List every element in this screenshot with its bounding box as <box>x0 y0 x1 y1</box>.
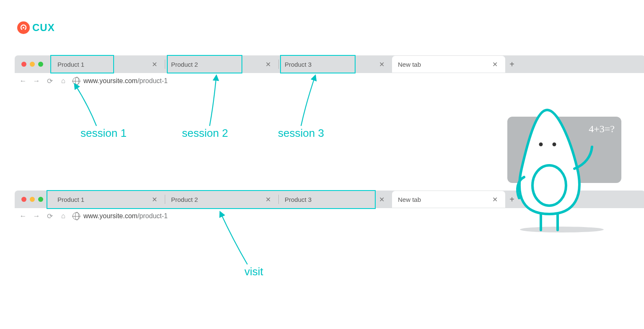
tab-product-3[interactable]: Product 3 ✕ <box>279 56 392 73</box>
reload-icon[interactable]: ⟳ <box>46 212 54 221</box>
annotation-session-1: session 1 <box>80 127 127 140</box>
tab-product-3[interactable]: Product 3 ✕ <box>279 191 392 208</box>
new-tab-button[interactable]: + <box>505 57 519 71</box>
close-icon[interactable]: ✕ <box>377 60 386 68</box>
url-field[interactable]: www.yoursite.com/product-1 <box>73 77 168 85</box>
window-controls[interactable] <box>21 197 43 202</box>
forward-icon[interactable]: → <box>32 212 41 220</box>
close-icon[interactable]: ✕ <box>150 196 159 204</box>
reload-icon[interactable]: ⟳ <box>46 77 54 86</box>
svg-point-0 <box>23 27 24 29</box>
tab-product-2[interactable]: Product 2 ✕ <box>165 191 278 208</box>
url-path: /product-1 <box>138 77 168 84</box>
avocado-character <box>512 106 604 236</box>
tab-label: New tab <box>398 61 487 68</box>
maximize-window-icon[interactable] <box>38 197 43 202</box>
tab-label: Product 1 <box>57 196 147 203</box>
tab-product-2[interactable]: Product 2 ✕ <box>165 56 278 73</box>
minimize-window-icon[interactable] <box>30 197 35 202</box>
globe-icon <box>73 77 80 85</box>
back-icon[interactable]: ← <box>19 77 27 85</box>
close-icon[interactable]: ✕ <box>264 60 273 68</box>
tab-label: Product 1 <box>57 61 147 68</box>
minimize-window-icon[interactable] <box>30 62 35 67</box>
annotation-visit: visit <box>244 265 263 278</box>
tab-label: Product 3 <box>285 196 374 203</box>
annotation-session-2: session 2 <box>182 127 228 140</box>
tab-new-tab[interactable]: New tab ✕ <box>392 191 505 208</box>
forward-icon[interactable]: → <box>32 77 41 85</box>
address-bar: ← → ⟳ ⌂ www.yoursite.com/product-1 <box>15 73 644 89</box>
home-icon[interactable]: ⌂ <box>59 212 68 220</box>
tab-new-tab[interactable]: New tab ✕ <box>392 56 505 73</box>
annotation-session-3: session 3 <box>278 127 324 140</box>
url-path: /product-1 <box>138 212 168 219</box>
browser-window-sessions: Product 1 ✕ Product 2 ✕ Product 3 ✕ New … <box>15 55 644 89</box>
back-icon[interactable]: ← <box>19 212 27 220</box>
tab-label: Product 2 <box>171 61 260 68</box>
close-icon[interactable]: ✕ <box>377 196 386 204</box>
tab-label: New tab <box>398 196 487 203</box>
tab-label: Product 2 <box>171 196 260 203</box>
close-icon[interactable]: ✕ <box>491 196 499 204</box>
cux-logo-icon <box>17 21 30 34</box>
tab-strip: Product 1 ✕ Product 2 ✕ Product 3 ✕ New … <box>15 55 644 73</box>
close-icon[interactable]: ✕ <box>150 60 159 68</box>
tab-label: Product 3 <box>285 61 374 68</box>
tab-product-1[interactable]: Product 1 ✕ <box>52 56 165 73</box>
url-host: www.yoursite.com <box>83 77 138 84</box>
window-controls[interactable] <box>21 62 43 67</box>
cux-logo-text: CUX <box>32 22 55 34</box>
url-host: www.yoursite.com <box>83 212 138 219</box>
close-icon[interactable]: ✕ <box>264 196 273 204</box>
close-window-icon[interactable] <box>21 197 26 202</box>
maximize-window-icon[interactable] <box>38 62 43 67</box>
close-icon[interactable]: ✕ <box>491 60 499 68</box>
globe-icon <box>73 212 80 220</box>
close-window-icon[interactable] <box>21 62 26 67</box>
tab-product-1[interactable]: Product 1 ✕ <box>52 191 165 208</box>
cux-logo: CUX <box>17 21 55 34</box>
home-icon[interactable]: ⌂ <box>59 77 68 85</box>
svg-point-3 <box>553 143 556 146</box>
svg-point-2 <box>539 143 543 146</box>
url-field[interactable]: www.yoursite.com/product-1 <box>73 212 168 220</box>
